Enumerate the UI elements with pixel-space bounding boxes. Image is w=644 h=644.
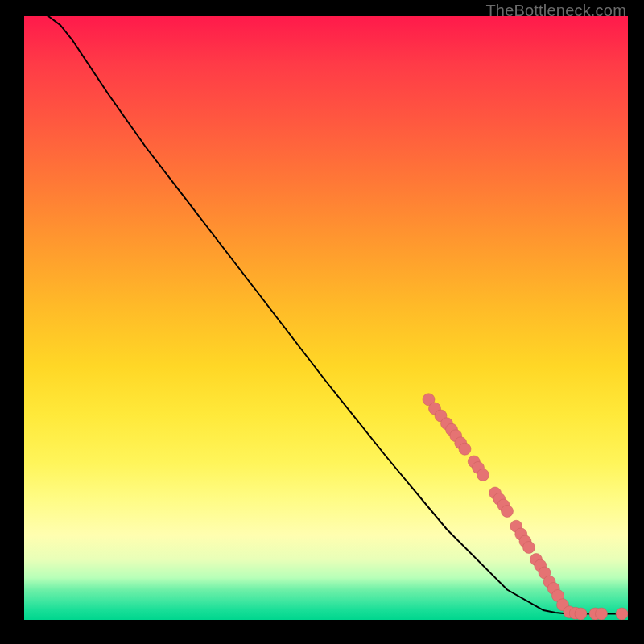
data-point [616,608,628,620]
data-point [502,506,514,518]
curve-path [48,16,622,614]
data-point [575,608,587,620]
data-point [459,443,471,455]
data-point [596,608,608,620]
data-point [477,469,489,481]
points-group [423,394,628,620]
data-point [523,542,535,554]
chart-svg [24,16,628,620]
chart-stage: TheBottleneck.com [0,0,644,644]
plot-area [24,16,628,620]
